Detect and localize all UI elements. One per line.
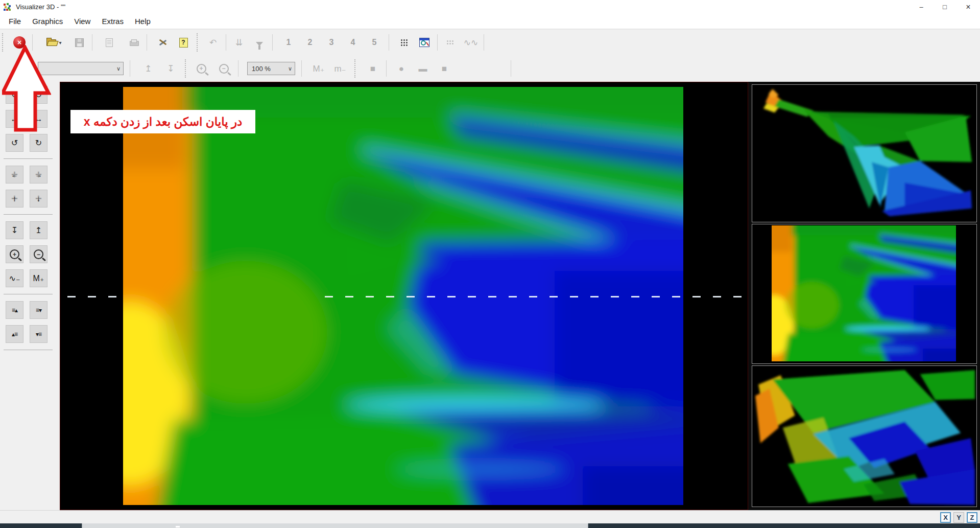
- align-top-button[interactable]: ↥: [138, 60, 158, 77]
- layer-lower-alt-button[interactable]: ▾≡: [30, 325, 47, 343]
- move-down-button[interactable]: +↓: [30, 190, 47, 208]
- toolbar-drag-handle[interactable]: [2, 33, 6, 52]
- move-right-button[interactable]: +→: [30, 166, 47, 183]
- scanline-5-button[interactable]: 5: [364, 34, 385, 51]
- main-scan-view[interactable]: در پایان اسکن بعد از زدن دکمه x: [60, 82, 748, 510]
- marker-funnel-button[interactable]: [249, 34, 270, 51]
- scanline-4-button[interactable]: 4: [343, 34, 363, 51]
- move-up-button[interactable]: +↑: [6, 190, 23, 208]
- grid-view-button[interactable]: [394, 34, 414, 51]
- scanline-1-button[interactable]: 1: [278, 34, 299, 51]
- copy-button[interactable]: [99, 34, 119, 51]
- rotate-right-button[interactable]: ↻: [30, 134, 47, 152]
- toolbar-drag-handle[interactable]: [29, 59, 33, 78]
- peak-remove-button[interactable]: m₋: [330, 60, 350, 77]
- flip-horizontal-right-button[interactable]: ↔: [30, 110, 47, 128]
- menu-file[interactable]: File: [3, 14, 27, 29]
- help-button[interactable]: ?: [173, 34, 194, 51]
- layer-raise-button[interactable]: ≡▴: [6, 301, 23, 319]
- wave-decrease-icon: ∿₋: [9, 274, 20, 283]
- scanline-3-button[interactable]: 3: [321, 34, 342, 51]
- settings-button[interactable]: [153, 34, 173, 51]
- marker-drop-icon: ⇊: [235, 38, 243, 47]
- menu-bar: File Graphics View Extras Help: [0, 14, 980, 29]
- sidebar-separator: [4, 294, 53, 294]
- rotate-right-icon: ↻: [35, 139, 42, 147]
- window-title: Visualizer 3D - "": [16, 3, 65, 11]
- marker-drop-button[interactable]: ⇊: [229, 34, 249, 51]
- toolbar-drag-handle[interactable]: [354, 59, 358, 78]
- open-dropdown-arrow[interactable]: ▾: [59, 40, 61, 45]
- annotation-note: در پایان اسکن بعد از زدن دکمه x: [70, 110, 255, 133]
- scan-line-dashes: [67, 296, 125, 297]
- blob-tool-button[interactable]: ●: [391, 60, 412, 77]
- zoom-out-icon: −: [219, 64, 229, 74]
- toolbar-drag-handle[interactable]: [185, 59, 189, 78]
- toolbar-drag-handle[interactable]: [197, 33, 201, 52]
- zoom-in-icon: +: [10, 249, 19, 259]
- taskbar-notch: [176, 526, 180, 527]
- layer-lower-button[interactable]: ≡▾: [30, 301, 47, 319]
- open-file-button[interactable]: ▾: [39, 34, 69, 51]
- move-left-icon: ←: [11, 171, 18, 178]
- zoom-level-combobox[interactable]: 100 % ∨: [247, 62, 295, 75]
- minimize-button[interactable]: –: [910, 0, 933, 14]
- view-3d-front[interactable]: [752, 84, 977, 222]
- tools-icon: [158, 38, 168, 47]
- title-bar: Visualizer 3D - "" – □ ×: [0, 0, 980, 14]
- menu-view[interactable]: View: [68, 14, 96, 29]
- peak-add-button[interactable]: M₊: [308, 60, 329, 77]
- close-button[interactable]: ×: [957, 0, 980, 14]
- chevron-down-icon[interactable]: ∨: [114, 65, 123, 72]
- view-2d-top[interactable]: [752, 224, 977, 364]
- rotate-left-button[interactable]: ↺: [6, 134, 23, 152]
- axis-x-button[interactable]: X: [940, 512, 951, 523]
- print-button[interactable]: [124, 34, 144, 51]
- zoom-out-button[interactable]: −: [213, 60, 234, 77]
- rotate-tilt-back-button[interactable]: ↻: [6, 86, 23, 104]
- minimize-icon: –: [919, 3, 923, 11]
- axis-y-button[interactable]: Y: [953, 512, 964, 523]
- wave-decrease-button[interactable]: ∿₋: [6, 269, 23, 287]
- zoom-in-view-button[interactable]: +: [6, 245, 23, 263]
- axis-z-button[interactable]: Z: [967, 512, 977, 523]
- taskbar-window[interactable]: [82, 523, 588, 528]
- sidebar-separator: [4, 158, 53, 159]
- zoom-in-icon: +: [197, 64, 206, 74]
- toolbar-separator: [437, 34, 438, 51]
- preview-window-button[interactable]: [414, 34, 435, 51]
- points-view-button[interactable]: [440, 34, 461, 51]
- save-icon: [75, 38, 84, 47]
- peak-add-icon: M₊: [313, 64, 324, 73]
- curves-view-button[interactable]: ∿∿: [461, 34, 481, 51]
- funnel-icon: [256, 42, 263, 46]
- stop-button[interactable]: ■: [363, 60, 383, 77]
- toolbar-separator: [511, 60, 511, 77]
- toolbar-separator: [226, 34, 226, 51]
- move-left-button[interactable]: +←: [6, 166, 23, 183]
- flip-horizontal-left-button[interactable]: ↔: [6, 110, 23, 128]
- menu-graphics[interactable]: Graphics: [27, 14, 68, 29]
- lower-surface-button[interactable]: ↧: [6, 221, 23, 239]
- end-scan-button[interactable]: ×: [9, 34, 30, 51]
- peak-increase-button[interactable]: M₊: [30, 269, 47, 287]
- undo-button[interactable]: ↶: [203, 34, 223, 51]
- chevron-down-icon[interactable]: ∨: [285, 65, 295, 72]
- raise-surface-button[interactable]: ↥: [30, 221, 47, 239]
- zoom-out-view-button[interactable]: −: [30, 245, 47, 263]
- square-tool-button[interactable]: ■: [434, 60, 455, 77]
- zoom-in-button[interactable]: +: [191, 60, 211, 77]
- save-button[interactable]: [69, 34, 89, 51]
- maximize-button[interactable]: □: [933, 0, 957, 14]
- layer-raise-alt-button[interactable]: ▴≡: [6, 325, 23, 343]
- scanline-2-button[interactable]: 2: [300, 34, 320, 51]
- flip-left-icon: ↔: [11, 115, 19, 123]
- menu-extras[interactable]: Extras: [96, 14, 129, 29]
- align-bottom-button[interactable]: ↧: [160, 60, 181, 77]
- flip-right-icon: ↔: [35, 115, 43, 123]
- rotate-tilt-forward-button[interactable]: ↻: [30, 86, 47, 104]
- menu-help[interactable]: Help: [129, 14, 156, 29]
- view-3d-perspective[interactable]: [752, 365, 977, 507]
- bar-tool-button[interactable]: ▬: [413, 60, 433, 77]
- preset-combobox[interactable]: ∨: [38, 62, 124, 75]
